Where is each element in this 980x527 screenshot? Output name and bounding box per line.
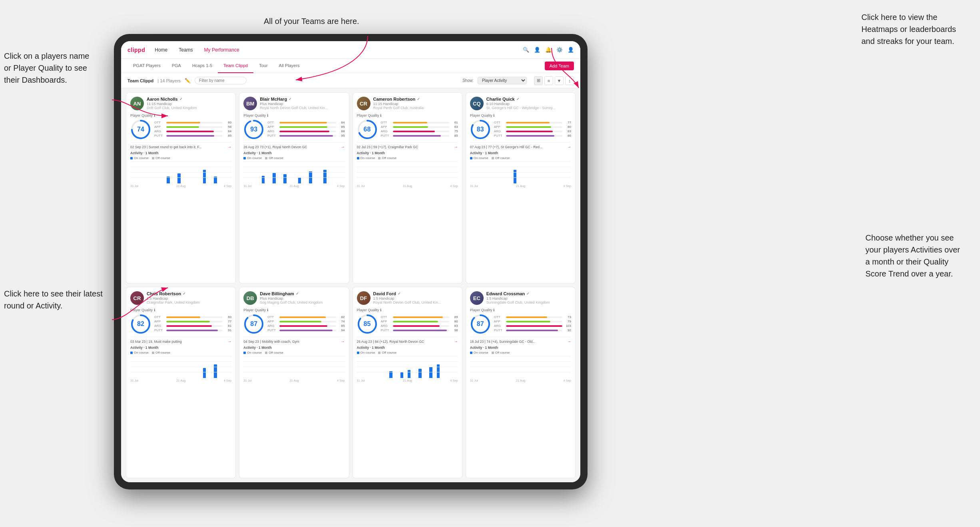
annotation-arrows — [0, 0, 980, 527]
